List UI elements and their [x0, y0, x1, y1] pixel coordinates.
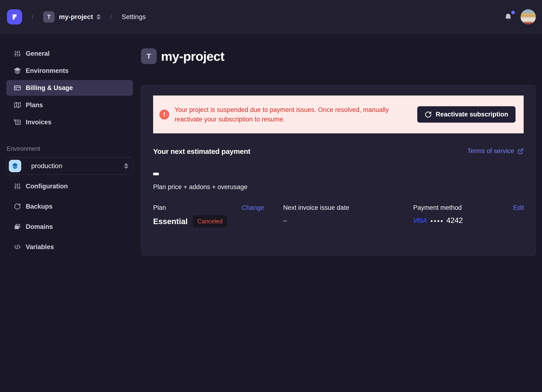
notification-dot — [511, 11, 515, 14]
rotate-icon — [425, 111, 432, 118]
next-invoice-label: Next invoice issue date — [283, 204, 349, 212]
edit-payment-method-link[interactable]: Edit — [513, 204, 524, 212]
topbar: / T my-project / Settings — [0, 0, 542, 34]
visa-logo: VISA — [413, 217, 427, 224]
estimated-amount-placeholder: - — [153, 173, 159, 175]
sidebar-item-environments[interactable]: Environments — [6, 63, 133, 79]
credit-card-icon — [14, 84, 21, 92]
breadcrumb-separator: / — [110, 13, 112, 21]
reactivate-subscription-button[interactable]: Reactivate subscription — [417, 106, 515, 123]
breadcrumb-settings[interactable]: Settings — [122, 13, 146, 21]
sidebar-item-backups[interactable]: Backups — [6, 199, 133, 214]
sidebar-item-invoices[interactable]: $ Invoices — [6, 114, 133, 130]
sidebar-item-variables[interactable]: Variables — [6, 239, 133, 255]
environment-chevrons-icon — [124, 163, 128, 169]
sidebar-item-label: Plans — [26, 101, 43, 109]
plan-column: Plan Change Essential Canceled — [153, 204, 264, 228]
user-avatar[interactable] — [520, 9, 536, 25]
bell-icon — [504, 13, 512, 21]
code-icon — [14, 243, 21, 250]
project-initial-badge: T — [43, 11, 54, 23]
sidebar-item-domains[interactable]: Domains — [6, 219, 133, 234]
app-logo[interactable] — [7, 9, 22, 25]
plan-name: Essential — [153, 217, 188, 226]
sidebar-item-label: Invoices — [26, 119, 51, 126]
payment-method-label: Payment method — [413, 204, 462, 212]
next-payment-heading: Your next estimated payment — [153, 147, 250, 156]
sidebar-item-configuration[interactable]: Configuration — [6, 178, 133, 194]
sidebar-item-label: Variables — [26, 243, 54, 251]
sidebar-item-plans[interactable]: Plans — [6, 97, 133, 113]
main-content: T my-project ! Your project is suspended… — [133, 34, 542, 392]
sidebar-item-billing-usage[interactable]: Billing & Usage — [6, 80, 133, 96]
alert-message: Your project is suspended due to payment… — [174, 105, 409, 124]
project-switcher-chevrons-icon[interactable] — [97, 14, 101, 20]
plan-status-badge: Canceled — [193, 215, 227, 228]
stack-icon — [14, 223, 21, 230]
breadcrumb-separator: / — [32, 13, 34, 21]
invoice-icon: $ — [14, 119, 21, 126]
card-number-dots: •••• — [431, 218, 444, 225]
billing-card: ! Your project is suspended due to payme… — [141, 85, 536, 256]
alert-exclamation-icon: ! — [159, 109, 169, 120]
sidebar-item-general[interactable]: General — [6, 46, 133, 61]
breadcrumb-project-name[interactable]: my-project — [59, 13, 93, 21]
settings-sidebar: General Environments Billing & Usage — [0, 34, 133, 392]
sidebar-item-label: Backups — [26, 203, 53, 210]
sidebar-item-label: Domains — [26, 223, 53, 230]
layers-icon — [14, 67, 21, 74]
plan-label: Plan — [153, 204, 166, 212]
next-invoice-value: – — [283, 217, 394, 224]
notifications-button[interactable] — [504, 13, 512, 21]
amount-description: Plan price + addons + overusage — [153, 183, 524, 191]
environment-layers-icon — [9, 160, 21, 172]
map-icon — [14, 101, 21, 109]
sidebar-item-label: Billing & Usage — [26, 84, 73, 92]
terms-link-label: Terms of service — [467, 147, 514, 155]
sliders-icon — [14, 183, 21, 190]
sidebar-item-label: Environments — [26, 67, 69, 75]
terms-of-service-link[interactable]: Terms of service — [467, 147, 524, 155]
project-initial-badge: T — [141, 48, 157, 64]
change-plan-link[interactable]: Change — [241, 204, 264, 212]
suspension-alert: ! Your project is suspended due to payme… — [153, 96, 524, 133]
sliders-icon — [14, 50, 21, 57]
environment-section-label: Environment — [7, 145, 133, 152]
next-invoice-column: Next invoice issue date – — [283, 204, 394, 228]
svg-text:$: $ — [14, 119, 16, 122]
reactivate-button-label: Reactivate subscription — [436, 111, 508, 118]
page-title: my-project — [161, 49, 224, 64]
external-link-icon — [517, 148, 524, 154]
sidebar-item-label: Configuration — [26, 183, 68, 190]
payment-method-column: Payment method Edit VISA •••• 4242 — [413, 204, 524, 228]
card-last4: 4242 — [446, 216, 463, 225]
flag-logo-icon — [11, 13, 19, 21]
sidebar-item-label: General — [26, 50, 50, 57]
selected-environment: production — [31, 162, 62, 170]
environment-selector[interactable]: production — [6, 158, 133, 174]
rotate-icon — [14, 203, 21, 210]
